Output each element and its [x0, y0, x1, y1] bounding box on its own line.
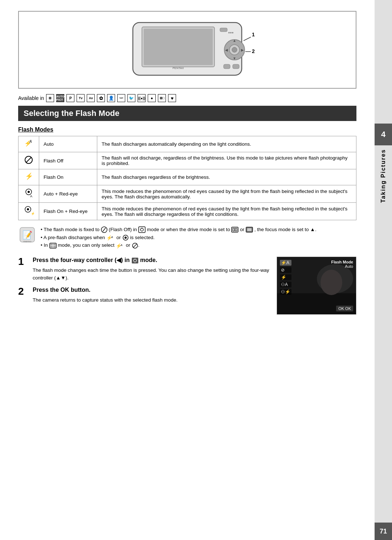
memo-bullet-1: The flash mode is fixed to (Flash Off) i…	[41, 226, 317, 234]
svg-rect-50	[53, 244, 56, 245]
svg-point-38	[140, 228, 143, 231]
svg-rect-41	[235, 228, 237, 231]
svg-text:A: A	[29, 140, 32, 144]
available-in-label: Available in	[18, 95, 44, 101]
svg-line-36	[103, 228, 106, 231]
available-in-row: Available in ⊞ AUTO PICT P Tv Av ✿ 👤 〰 🐦…	[18, 94, 356, 102]
flash-mode-title: Flash Mode	[331, 260, 353, 264]
step-2-number: 2	[18, 286, 29, 297]
preview-icon-0: ⚡A	[280, 260, 291, 266]
flash-name-on-redeye: Flash On + Red-eye	[39, 203, 97, 220]
svg-text:PENTAX: PENTAX	[172, 67, 184, 70]
mode-icon-p: P	[66, 94, 74, 102]
svg-text:2: 2	[252, 48, 255, 54]
table-row: ⚡ Flash On + Red-eye This mode reduces t…	[19, 203, 356, 220]
table-row: A Auto + Red-eye This mode reduces the p…	[19, 185, 356, 203]
svg-rect-15	[224, 64, 230, 69]
svg-text:1: 1	[252, 32, 255, 37]
svg-text:memo: memo	[23, 240, 32, 243]
svg-rect-43	[247, 228, 252, 231]
steps-section: 1 Press the four-way controller (◀) in m…	[18, 257, 356, 315]
svg-rect-40	[233, 228, 234, 231]
flash-mode-value: Auto	[331, 264, 353, 269]
svg-text:⚡: ⚡	[31, 211, 34, 215]
flash-icon-auto: ⚡A	[19, 136, 39, 152]
preview-icon-2: ⚡	[280, 274, 291, 280]
svg-text:A: A	[111, 235, 113, 239]
svg-point-7	[232, 32, 233, 33]
flash-desc-auto-redeye: This mode reduces the phenomenon of red …	[97, 185, 356, 203]
svg-point-27	[28, 191, 30, 193]
page-number: 71	[375, 523, 392, 540]
step-1-title: Press the four-way controller (◀) in mod…	[33, 257, 269, 264]
flash-name-off: Flash Off	[39, 152, 97, 169]
camera-svg: PENTAX ▲ ▼ ◀ ▶	[111, 19, 264, 81]
flash-desc-on-redeye: This mode reduces the phenomenon of red …	[97, 203, 356, 220]
flash-name-auto-redeye: Auto + Red-eye	[39, 185, 97, 203]
flash-preview: ⚡A ⊘ ⚡ ⚇A ⚇⚡ Flash Mode Auto OK OK	[277, 257, 356, 315]
mode-icon-movie: ●	[148, 94, 156, 102]
svg-text:📝: 📝	[23, 230, 33, 240]
mode-icon-flower: ✿	[97, 94, 105, 102]
svg-line-17	[244, 37, 251, 41]
preview-icon-4: ⚇⚡	[280, 289, 291, 295]
svg-text:A: A	[30, 194, 32, 198]
svg-rect-37	[139, 227, 145, 233]
camera-image-container: PENTAX ▲ ▼ ◀ ▶	[18, 11, 356, 89]
mode-icon-sound: ((●))	[138, 94, 146, 102]
memo-bullet-3: In mode, you can only select ⚡A or .	[41, 241, 317, 249]
svg-point-62	[320, 270, 342, 295]
or-text: or	[240, 227, 244, 232]
table-row: ⚡ Flash On The flash discharges regardle…	[19, 169, 356, 185]
flash-icon-on: ⚡	[19, 169, 39, 185]
flash-icon-on-redeye: ⚡	[19, 203, 39, 220]
mode-icon-bird: 🐦	[127, 94, 135, 102]
mode-icon-av: Av	[87, 94, 95, 102]
svg-text:▼: ▼	[233, 56, 236, 60]
svg-point-47	[124, 237, 127, 239]
flash-icon-auto-redeye: A	[19, 185, 39, 203]
mode-icon-grid: ⊞	[46, 94, 54, 102]
svg-point-6	[230, 32, 232, 33]
table-row: Flash Off The flash will not discharge, …	[19, 152, 356, 169]
step-1-number: 1	[18, 257, 29, 267]
step-2-row: 2 Press the OK button. The camera return…	[18, 286, 269, 304]
svg-rect-2	[144, 29, 213, 65]
step-1-row: 1 Press the four-way controller (◀) in m…	[18, 257, 269, 282]
memo-text: The flash mode is fixed to (Flash Off) i…	[41, 226, 317, 249]
flash-desc-off: The flash will not discharge, regardless…	[97, 152, 356, 169]
step-2-body: The camera returns to capture status wit…	[33, 296, 177, 304]
svg-rect-49	[50, 244, 53, 245]
svg-rect-57	[132, 258, 138, 263]
preview-icon-3: ⚇A	[280, 282, 291, 287]
flash-name-auto: Auto	[39, 136, 97, 152]
mode-icon-heart: ♥	[168, 94, 176, 102]
flash-modes-table: ⚡A Auto The flash discharges automatical…	[18, 136, 356, 220]
flash-modes-heading: Flash Modes	[18, 126, 356, 133]
mode-icon-person: 👤	[107, 94, 115, 102]
svg-text:⚡: ⚡	[25, 172, 33, 180]
flash-preview-icons: ⚡A ⊘ ⚡ ⚇A ⚇⚡	[280, 260, 291, 295]
svg-rect-52	[53, 246, 56, 247]
svg-line-56	[133, 244, 137, 247]
memo-icon: 📝 memo	[18, 226, 36, 244]
chapter-number: 4	[375, 124, 392, 145]
memo-bullet-2: A pre-flash discharges when ⚡A or is sel…	[41, 234, 317, 242]
flash-name-on: Flash On	[39, 169, 97, 185]
step-1-body: The flash mode changes each time the but…	[33, 266, 269, 282]
svg-text:▲: ▲	[233, 39, 236, 43]
svg-text:◀: ◀	[225, 48, 228, 52]
flash-desc-auto: The flash discharges automatically depen…	[97, 136, 356, 152]
svg-point-5	[228, 32, 230, 33]
preview-icon-1: ⊘	[280, 267, 291, 273]
main-content: PENTAX ▲ ▼ ◀ ▶	[0, 0, 375, 540]
svg-point-10	[232, 47, 237, 52]
svg-text:A: A	[120, 243, 122, 247]
right-tab: 4 Taking Pictures 71	[375, 0, 392, 540]
memo-box: 📝 memo The flash mode is fixed to (Flash…	[18, 226, 356, 249]
step-2-title: Press the OK button.	[33, 286, 177, 294]
svg-rect-4	[220, 28, 227, 32]
page-wrapper: 4 Taking Pictures 71 PENTAX	[0, 0, 392, 540]
flash-icon-off	[19, 152, 39, 169]
svg-point-30	[27, 208, 29, 210]
